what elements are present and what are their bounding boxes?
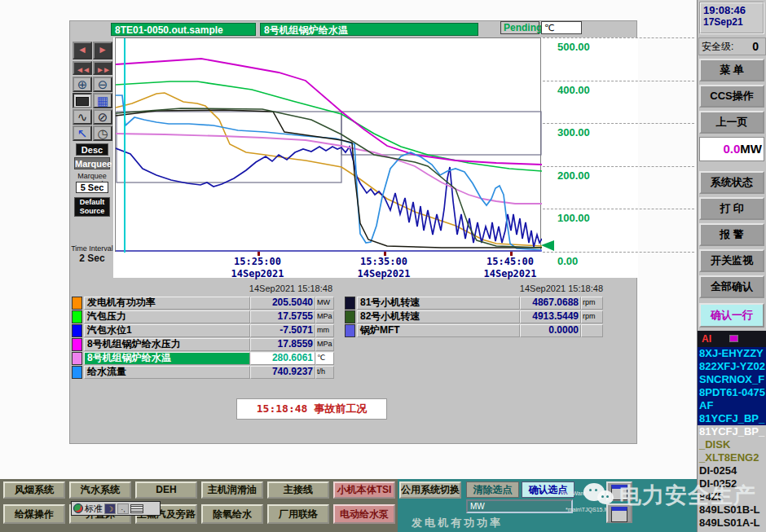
alarm-tag[interactable]: 81YCFJ_BP_ xyxy=(698,425,766,438)
pen-name[interactable]: 81号小机转速 xyxy=(357,297,520,310)
ime-mode-icon[interactable] xyxy=(73,503,83,513)
generator-power-label: 发电机有功功率 xyxy=(412,516,503,530)
sidebar-item-print[interactable]: 打 印 xyxy=(699,197,764,220)
sidebar-item-menu[interactable]: 菜 单 xyxy=(699,59,764,81)
event-note: 15:18:48 事故前工况 xyxy=(236,398,387,420)
table-view-icon[interactable]: ▦ xyxy=(93,93,112,108)
page-forward-button[interactable]: ►► xyxy=(93,61,112,75)
y-axis-tick-label: 500.00 xyxy=(557,41,590,53)
marquee-selection-box[interactable] xyxy=(341,112,541,155)
menu-item-main-wiring[interactable]: 主接线 xyxy=(267,481,329,499)
grid-line xyxy=(543,166,694,167)
sidebar-item-ack-row[interactable]: 确认一行 xyxy=(699,303,764,328)
alarm-tag[interactable]: 849LS01B-L xyxy=(698,503,766,517)
alarm-tag[interactable]: 849LS01A-L xyxy=(698,517,766,530)
window-shortcut-icon[interactable] xyxy=(606,481,632,501)
menu-item-bfpt-tsi[interactable]: 小机本体TSI xyxy=(333,481,395,499)
zoom-in-icon[interactable]: ⊕ xyxy=(73,77,92,92)
pen-value: 0.0000 xyxy=(520,324,581,337)
menu-item-turbine-lube-oil[interactable]: 主机润滑油 xyxy=(201,481,263,499)
zoom-out-icon[interactable]: ⊖ xyxy=(93,77,112,92)
menu-item-fan-flue-system[interactable]: 风烟系统 xyxy=(3,481,65,499)
pen-unit: rpm xyxy=(581,310,603,323)
keyboard-icon[interactable] xyxy=(130,504,143,513)
alarm-tag[interactable]: SNCRNOX_F xyxy=(698,373,766,386)
tick-time: 15:35:00 xyxy=(339,256,429,268)
sidebar: 19:08:46 17Sep21 安全级: 0 菜 单CCS操作上一页 0.0M… xyxy=(697,0,766,532)
pen-unit xyxy=(581,324,603,337)
step-back-button[interactable]: ◄ xyxy=(73,42,92,59)
y-axis-tick-label: 0.00 xyxy=(557,255,578,267)
default-source-button[interactable]: Default Source xyxy=(74,197,110,217)
clear-selection-button[interactable]: 清除选点 xyxy=(466,481,519,498)
y-axis: 500.00400.00300.00200.00100.000.00 xyxy=(543,0,694,269)
alarm-tag[interactable]: DI-0254 xyxy=(698,464,766,477)
alarm-tag[interactable]: _XLT8ENG2 xyxy=(698,451,766,464)
menu-item-coal-feed-ops[interactable]: 给煤操作 xyxy=(3,504,65,524)
tick-time: 15:45:00 xyxy=(465,256,555,268)
pen-name[interactable]: 82号小机转速 xyxy=(357,310,520,323)
alarm-tag[interactable]: 8PDT61-0475 xyxy=(698,386,766,399)
grid-line xyxy=(543,123,694,124)
alarm-tag[interactable]: 84Z5 xyxy=(698,490,766,503)
punctuation-icon[interactable]: ·, xyxy=(117,503,129,514)
tick-time: 15:25:00 xyxy=(213,256,302,268)
tick-date: 14Sep2021 xyxy=(465,268,555,280)
disable-icon[interactable]: ⊘ xyxy=(93,109,112,125)
alarm-tag[interactable]: DI-0252 xyxy=(698,477,766,490)
sidebar-item-alarm[interactable]: 报 警 xyxy=(699,223,764,246)
sidebar-item-switch-monitor[interactable]: 开关监视 xyxy=(699,249,764,272)
alarm-tag[interactable]: AF xyxy=(698,399,766,412)
ime-toolbar[interactable]: 标准 ☽ ·, xyxy=(71,501,161,516)
status-field: Pending... xyxy=(500,21,539,34)
tick-date: 14Sep2021 xyxy=(339,268,429,280)
trend-plot[interactable] xyxy=(115,37,541,252)
pen-unit: rpm xyxy=(581,297,603,310)
desc-button[interactable]: Desc xyxy=(76,143,108,156)
ime-standard-label: 标准 xyxy=(85,503,103,515)
tag-desc-field[interactable]: 8号机组锅炉给水温 xyxy=(260,23,478,36)
alarm-tag[interactable]: _DISK xyxy=(698,438,766,451)
spectrum-icon[interactable]: ∿ xyxy=(73,109,92,125)
alarm-tag[interactable]: 81YCFJ_BP_ xyxy=(698,412,766,425)
sidebar-item-ccs-ops[interactable]: CCS操作 xyxy=(699,85,764,108)
alarm-type-row: AI xyxy=(698,331,766,347)
page-back-button[interactable]: ◄◄ xyxy=(73,61,92,75)
time-cursor-icon[interactable]: ◷ xyxy=(93,125,112,141)
menu-item-steam-water-system[interactable]: 汽水系统 xyxy=(69,481,131,499)
window-shortcut-icon[interactable] xyxy=(606,503,632,523)
menu-item-motor-feed-pump[interactable]: 电动给水泵 xyxy=(333,504,395,524)
chart-view-icon[interactable] xyxy=(73,93,92,108)
sidebar-item-ack-all[interactable]: 全部确认 xyxy=(699,275,764,298)
grid-line xyxy=(543,252,694,253)
trend-curve-drum-pressure xyxy=(116,81,542,171)
x-axis-tick-label: 15:35:0014Sep2021 xyxy=(339,256,429,280)
moon-icon[interactable]: ☽ xyxy=(104,503,116,514)
pen-color-swatch xyxy=(345,297,355,310)
marquee-button[interactable]: Marquee xyxy=(74,157,110,169)
x-axis-tick-label: 15:25:0014Sep2021 xyxy=(213,256,302,280)
clock-display: 19:08:46 17Sep21 xyxy=(699,2,764,34)
menu-item-common-system-switch[interactable]: 公用系统切换 xyxy=(399,481,461,499)
alarm-tag-list: 8XJ-EHYZZY822XFJ-YZ02SNCRNOX_F8PDT61-047… xyxy=(698,347,766,532)
trend-pen-row[interactable]: 81号小机转速4867.0688rpm xyxy=(345,297,603,310)
trend-pen-row[interactable]: 82号小机转速4913.5449rpm xyxy=(345,310,603,323)
pen-name[interactable]: 锅炉MFT xyxy=(357,324,520,337)
menu-item-deaerator-feedwater[interactable]: 除氧给水 xyxy=(201,504,263,524)
trend-pen-row[interactable]: 锅炉MFT0.0000 xyxy=(345,324,603,337)
mw-input-field[interactable]: MW xyxy=(466,499,573,513)
power-display: 0.0MW xyxy=(699,137,764,161)
menu-item-deh[interactable]: DEH xyxy=(135,481,197,499)
grid-line xyxy=(543,37,694,38)
tag-name-field[interactable]: 8TE01-0050.out.sample xyxy=(111,23,256,36)
menu-item-plant-tie[interactable]: 厂用联络 xyxy=(267,504,329,524)
y-axis-tick-label: 300.00 xyxy=(557,126,590,138)
step-forward-button[interactable]: ► xyxy=(93,42,112,59)
sidebar-item-prev-page[interactable]: 上一页 xyxy=(699,111,764,134)
sidebar-item-system-status[interactable]: 系统状态 xyxy=(699,171,764,194)
alarm-tag[interactable]: 822XFJ-YZ02 xyxy=(698,360,766,373)
marquee-interval-value[interactable]: 5 Sec xyxy=(76,182,108,193)
alarm-tag[interactable]: 8XJ-EHYZZY xyxy=(698,347,766,360)
table-timestamp: 14Sep2021 15:18:48 xyxy=(396,284,603,293)
cursor-icon[interactable]: ↖ xyxy=(73,125,92,141)
